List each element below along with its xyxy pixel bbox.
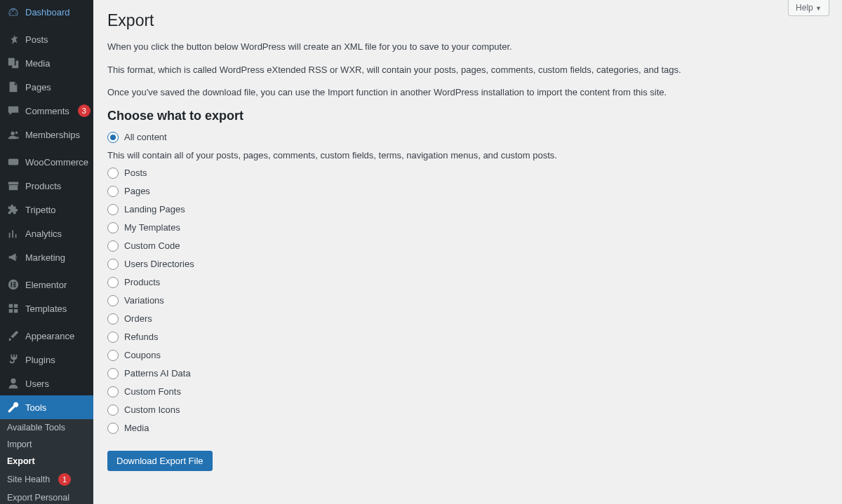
menu-item-appearance[interactable]: Appearance <box>0 324 93 348</box>
menu-label: Tripetto <box>25 205 56 215</box>
menu-item-posts[interactable]: Posts <box>0 27 93 51</box>
chevron-down-icon: ▼ <box>815 5 822 12</box>
submenu-item-export[interactable]: Export <box>0 453 93 470</box>
radio-posts-label[interactable]: Posts <box>124 168 147 178</box>
radio-coupons-input[interactable] <box>107 350 119 361</box>
radio-variations-input[interactable] <box>107 295 119 306</box>
intro-text: When you click the button below WordPres… <box>107 40 828 100</box>
download-export-button[interactable]: Download Export File <box>107 451 213 471</box>
radio-coupons: Coupons <box>107 350 828 361</box>
help-label: Help <box>796 3 813 13</box>
radio-custom-fonts: Custom Fonts <box>107 386 828 397</box>
submenu-item-export-personal-data[interactable]: Export Personal Data <box>0 489 93 504</box>
menu-label: Media <box>25 58 50 69</box>
intro-para-3: Once you've saved the download file, you… <box>107 86 828 100</box>
menu-item-tripetto[interactable]: Tripetto <box>0 198 93 222</box>
menu-label: Pages <box>25 82 51 93</box>
radio-posts-input[interactable] <box>107 168 119 179</box>
radio-landing-pages-label[interactable]: Landing Pages <box>124 204 185 214</box>
submenu-item-import[interactable]: Import <box>0 436 93 453</box>
menu-item-media[interactable]: Media <box>0 51 93 75</box>
menu-item-elementor[interactable]: Elementor <box>0 273 93 297</box>
radio-media-input[interactable] <box>107 423 119 434</box>
radio-my-templates-label[interactable]: My Templates <box>124 222 180 233</box>
notification-badge: 3 <box>78 104 91 117</box>
radio-custom-icons-input[interactable] <box>107 404 119 416</box>
radio-my-templates-input[interactable] <box>107 222 119 233</box>
radio-all-content-label[interactable]: All content <box>124 132 167 142</box>
radio-users-directories-input[interactable] <box>107 259 119 270</box>
puzzle-icon <box>7 203 20 216</box>
radio-my-templates: My Templates <box>107 222 828 233</box>
groups-icon <box>7 128 20 141</box>
radio-media: Media <box>107 423 828 434</box>
wrench-icon <box>7 401 20 414</box>
radio-refunds: Refunds <box>107 332 828 343</box>
radio-pages-input[interactable] <box>107 186 119 197</box>
radio-custom-code-input[interactable] <box>107 240 119 252</box>
main-content: Help ▼ Export When you click the button … <box>93 0 842 504</box>
admin-sidebar: DashboardPostsMediaPagesComments3Members… <box>0 0 93 504</box>
menu-item-comments[interactable]: Comments3 <box>0 99 93 123</box>
radio-all-content-input[interactable] <box>107 132 119 143</box>
submenu-item-site-health[interactable]: Site Health1 <box>0 470 93 489</box>
radio-custom-icons-label[interactable]: Custom Icons <box>124 404 180 415</box>
menu-label: Elementor <box>25 280 67 290</box>
menu-item-pages[interactable]: Pages <box>0 75 93 99</box>
all-content-description: This will contain all of your posts, pag… <box>107 150 828 161</box>
radio-custom-icons: Custom Icons <box>107 404 828 416</box>
menu-label: Memberships <box>25 130 80 140</box>
menu-item-woocommerce[interactable]: WooCommerce <box>0 150 93 174</box>
menu-item-analytics[interactable]: Analytics <box>0 222 93 245</box>
radio-refunds-input[interactable] <box>107 332 119 343</box>
radio-products-input[interactable] <box>107 277 119 288</box>
submenu-item-available-tools[interactable]: Available Tools <box>0 419 93 436</box>
radio-media-label[interactable]: Media <box>124 423 149 433</box>
menu-label: Templates <box>25 304 67 314</box>
dashboard-icon <box>7 6 20 18</box>
radio-patterns-ai-data-label[interactable]: Patterns AI Data <box>124 368 191 379</box>
radio-patterns-ai-data-input[interactable] <box>107 368 119 379</box>
menu-label: Appearance <box>25 331 74 341</box>
radio-custom-fonts-label[interactable]: Custom Fonts <box>124 386 181 397</box>
megaphone-icon <box>7 251 20 264</box>
radio-pages-label[interactable]: Pages <box>124 186 150 196</box>
radio-custom-code: Custom Code <box>107 240 828 252</box>
submenu-label: Site Health <box>7 475 50 484</box>
menu-label: WooCommerce <box>25 157 88 168</box>
brush-icon <box>7 329 20 342</box>
menu-item-tools[interactable]: Tools <box>0 395 93 419</box>
radio-coupons-label[interactable]: Coupons <box>124 350 161 360</box>
menu-label: Posts <box>25 34 48 45</box>
templates-icon <box>7 302 20 315</box>
radio-posts: Posts <box>107 168 828 179</box>
radio-refunds-label[interactable]: Refunds <box>124 332 158 342</box>
menu-item-dashboard[interactable]: Dashboard <box>0 0 93 24</box>
radio-orders-label[interactable]: Orders <box>124 313 152 324</box>
radio-custom-fonts-input[interactable] <box>107 386 119 397</box>
menu-item-templates[interactable]: Templates <box>0 297 93 320</box>
menu-item-products[interactable]: Products <box>0 174 93 198</box>
menu-item-users[interactable]: Users <box>0 372 93 395</box>
menu-label: Marketing <box>25 252 65 263</box>
radio-landing-pages-input[interactable] <box>107 204 119 215</box>
comment-icon <box>7 104 20 117</box>
user-icon <box>7 377 20 390</box>
menu-label: Dashboard <box>25 7 70 18</box>
menu-label: Analytics <box>25 229 62 239</box>
radio-variations-label[interactable]: Variations <box>124 295 164 306</box>
radio-orders: Orders <box>107 313 828 325</box>
menu-item-marketing[interactable]: Marketing <box>0 245 93 269</box>
chart-icon <box>7 227 20 240</box>
menu-label: Plugins <box>25 355 55 365</box>
submenu-label: Export Personal Data <box>7 493 86 504</box>
radio-orders-input[interactable] <box>107 313 119 325</box>
menu-item-memberships[interactable]: Memberships <box>0 123 93 147</box>
radio-users-directories-label[interactable]: Users Directories <box>124 259 194 269</box>
menu-item-plugins[interactable]: Plugins <box>0 348 93 372</box>
radio-custom-code-label[interactable]: Custom Code <box>124 240 180 251</box>
media-icon <box>7 57 20 69</box>
help-tab[interactable]: Help ▼ <box>788 0 829 16</box>
radio-products-label[interactable]: Products <box>124 277 160 287</box>
page-icon <box>7 81 20 93</box>
